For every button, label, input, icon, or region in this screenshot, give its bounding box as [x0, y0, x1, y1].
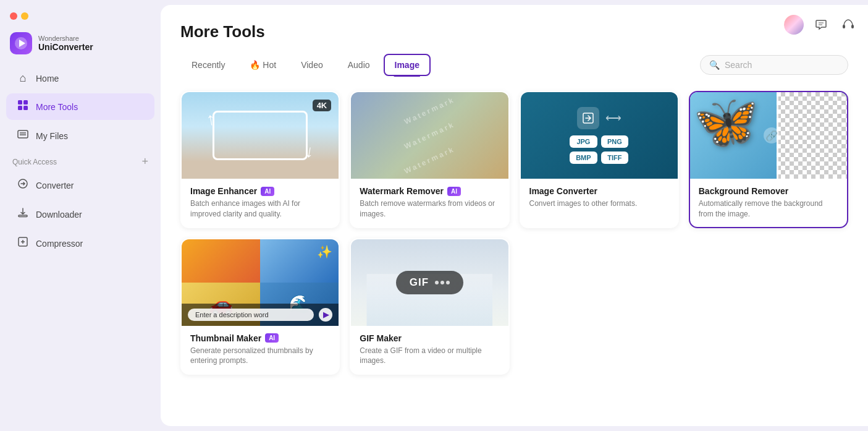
- sidebar-item-converter[interactable]: Converter: [6, 172, 154, 198]
- sidebar: Wondershare UniConverter ⌂ Home More Too…: [0, 0, 161, 431]
- ai-badge: AI: [261, 187, 274, 196]
- minimize-button[interactable]: [21, 12, 28, 20]
- tool-thumb-image-enhancer: 4K ↑ ↓: [182, 92, 339, 179]
- tool-card-background-remover[interactable]: 🦋 🔗 Background Remover Automatically rem…: [689, 91, 848, 228]
- tools-grid: 4K ↑ ↓ Image Enhancer AI Batch enhance i…: [180, 91, 848, 375]
- svg-rect-3: [23, 100, 28, 105]
- tool-card-thumbnail-maker[interactable]: 🚗 🌊 ✨ Enter a description word ▶ Thumbna…: [180, 238, 340, 375]
- search-box[interactable]: 🔍: [700, 55, 848, 75]
- tool-thumb-gif-maker: GIF: [351, 239, 508, 326]
- sidebar-item-compressor[interactable]: Compressor: [6, 230, 154, 257]
- headphones-icon[interactable]: [838, 15, 858, 35]
- search-input[interactable]: [725, 60, 839, 70]
- tool-info-thumbnail-maker: Thumbnail Maker AI Generate personalized…: [182, 326, 339, 374]
- tool-thumb-watermark-remover: Watermark Watermark Watermark: [351, 92, 508, 179]
- user-avatar[interactable]: [784, 15, 804, 35]
- svg-rect-14: [843, 25, 845, 28]
- tool-card-image-converter[interactable]: ⟷ JPG PNG BMP TIFF Image Converter Conve…: [520, 91, 679, 228]
- tool-card-watermark-remover[interactable]: Watermark Watermark Watermark Watermark …: [350, 91, 509, 228]
- tool-thumb-thumbnail-maker: 🚗 🌊 ✨ Enter a description word ▶: [182, 239, 339, 326]
- tool-info-background-remover: Background Remover Automatically remove …: [690, 179, 847, 227]
- svg-rect-4: [18, 106, 22, 110]
- svg-rect-2: [18, 100, 22, 105]
- tab-audio[interactable]: Audio: [337, 54, 381, 76]
- svg-rect-10: [19, 215, 27, 217]
- home-icon: ⌂: [16, 72, 30, 85]
- my-files-icon: [16, 129, 30, 143]
- close-button[interactable]: [10, 12, 17, 20]
- sidebar-item-my-files[interactable]: My Files: [6, 122, 154, 149]
- svg-rect-6: [18, 130, 28, 138]
- ai-badge: AI: [447, 187, 461, 196]
- tool-info-image-converter: Image Converter Convert images to other …: [521, 179, 678, 216]
- converter-icon: [16, 178, 30, 192]
- topbar-icons: [784, 15, 858, 35]
- badge-4k: 4K: [313, 100, 332, 111]
- sidebar-item-downloader[interactable]: Downloader: [6, 201, 154, 228]
- tabs-row: Recently 🔥 Hot Video Audio Image 🔍: [180, 54, 848, 76]
- sidebar-item-home[interactable]: ⌂ Home: [6, 66, 154, 91]
- search-icon: 🔍: [709, 60, 720, 70]
- page-title: More Tools: [180, 22, 848, 41]
- tab-recently[interactable]: Recently: [180, 54, 236, 76]
- svg-rect-15: [851, 25, 854, 28]
- app-logo: [10, 32, 32, 54]
- thumbnail-prompt-input: Enter a description word: [188, 309, 314, 321]
- tab-hot[interactable]: 🔥 Hot: [238, 54, 287, 76]
- tab-image[interactable]: Image: [384, 54, 431, 76]
- traffic-lights: [10, 12, 28, 20]
- compressor-icon: [16, 236, 30, 250]
- tool-thumb-background-remover: 🦋 🔗: [690, 92, 847, 179]
- chat-icon[interactable]: [811, 15, 831, 35]
- tool-info-watermark-remover: Watermark Remover AI Batch remove waterm…: [351, 179, 508, 227]
- tool-info-image-enhancer: Image Enhancer AI Batch enhance images w…: [182, 179, 339, 227]
- tool-thumb-image-converter: ⟷ JPG PNG BMP TIFF: [521, 92, 678, 179]
- tab-video[interactable]: Video: [290, 54, 334, 76]
- downloader-icon: [16, 207, 30, 221]
- more-tools-icon: [16, 100, 30, 114]
- ai-badge: AI: [265, 333, 279, 343]
- add-quick-access-button[interactable]: +: [141, 155, 148, 168]
- tool-card-gif-maker[interactable]: GIF GIF Maker Create a GIF from a video …: [350, 238, 509, 375]
- thumbnail-generate-button[interactable]: ▶: [319, 308, 332, 322]
- quick-access-label: Quick Access +: [0, 150, 161, 171]
- main-content: More Tools Recently 🔥 Hot Video Audio Im…: [161, 5, 868, 426]
- svg-rect-5: [23, 106, 28, 110]
- tool-info-gif-maker: GIF Maker Create a GIF from a video or m…: [351, 326, 508, 374]
- app-name: Wondershare UniConverter: [38, 35, 93, 52]
- sidebar-item-more-tools[interactable]: More Tools: [6, 93, 154, 120]
- titlebar: [0, 7, 161, 30]
- tool-card-image-enhancer[interactable]: 4K ↑ ↓ Image Enhancer AI Batch enhance i…: [180, 91, 340, 228]
